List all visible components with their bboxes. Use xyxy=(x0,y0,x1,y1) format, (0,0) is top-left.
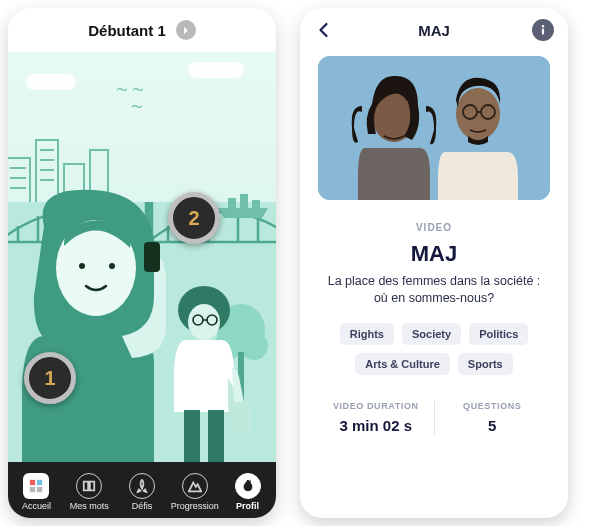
svg-rect-46 xyxy=(37,487,42,492)
stat-value: 3 min 02 s xyxy=(318,417,434,434)
level-marker-1[interactable]: 1 xyxy=(24,352,76,404)
tag-society[interactable]: Society xyxy=(402,323,461,345)
thumbnail-illustration xyxy=(318,56,550,200)
level-number: 2 xyxy=(188,207,199,230)
nav-label: Profil xyxy=(236,501,259,511)
next-level-button[interactable] xyxy=(176,20,196,40)
stat-label: VIDEO DURATION xyxy=(318,401,434,411)
nav-label: Défis xyxy=(132,501,153,511)
bottom-nav: Accueil Mes mots Défis Progression Profi… xyxy=(8,462,276,518)
svg-rect-48 xyxy=(542,29,544,35)
right-header: MAJ xyxy=(300,8,568,52)
ship-icon xyxy=(216,192,270,220)
level-number: 1 xyxy=(44,367,55,390)
birds-icon: 〜〜 〜 xyxy=(116,82,148,116)
svg-rect-26 xyxy=(240,194,248,208)
svg-rect-44 xyxy=(37,480,42,485)
nav-words[interactable]: Mes mots xyxy=(63,469,116,511)
stat-label: QUESTIONS xyxy=(435,401,551,411)
tag-sports[interactable]: Sports xyxy=(458,353,513,375)
tag-politics[interactable]: Politics xyxy=(469,323,528,345)
nav-label: Mes mots xyxy=(70,501,109,511)
nav-challenges[interactable]: Défis xyxy=(116,469,169,511)
stat-value: 5 xyxy=(435,417,551,434)
mountain-icon xyxy=(182,473,208,499)
tag-list: Rights Society Politics Arts & Culture S… xyxy=(318,323,550,375)
nav-label: Progression xyxy=(171,501,219,511)
left-header: Débutant 1 xyxy=(8,8,276,52)
svg-rect-43 xyxy=(30,480,35,485)
nav-progress[interactable]: Progression xyxy=(168,469,221,511)
home-icon xyxy=(23,473,49,499)
back-button[interactable] xyxy=(314,19,336,41)
page-title: MAJ xyxy=(418,22,450,39)
svg-rect-35 xyxy=(144,242,160,272)
tag-rights[interactable]: Rights xyxy=(340,323,394,345)
nav-label: Accueil xyxy=(22,501,51,511)
flame-icon xyxy=(235,473,261,499)
phone-left: Débutant 1 〜〜 〜 xyxy=(8,8,276,518)
stat-questions: QUESTIONS 5 xyxy=(435,401,551,435)
level-marker-2[interactable]: 2 xyxy=(168,192,220,244)
tag-arts[interactable]: Arts & Culture xyxy=(355,353,450,375)
svg-rect-27 xyxy=(252,200,260,208)
arrow-left-icon xyxy=(316,21,334,39)
phone-right: MAJ xyxy=(300,8,568,518)
svg-point-47 xyxy=(542,25,544,27)
scene-illustration: 〜〜 〜 xyxy=(8,52,276,518)
level-title: Débutant 1 xyxy=(88,22,166,39)
info-button[interactable] xyxy=(532,19,554,41)
video-detail: VIDEO MAJ La place des femmes dans la so… xyxy=(300,52,568,518)
arrow-right-icon xyxy=(180,25,191,36)
rocket-icon xyxy=(129,473,155,499)
woman-glasses-illustration xyxy=(158,282,258,492)
info-icon xyxy=(534,21,552,39)
svg-rect-25 xyxy=(228,198,236,208)
video-description: La place des femmes dans la société : où… xyxy=(318,273,550,307)
video-title: MAJ xyxy=(318,241,550,267)
svg-rect-45 xyxy=(30,487,35,492)
nav-profile[interactable]: Profil xyxy=(221,469,274,511)
nav-home[interactable]: Accueil xyxy=(10,469,63,511)
video-stats: VIDEO DURATION 3 min 02 s QUESTIONS 5 xyxy=(318,401,550,435)
stat-duration: VIDEO DURATION 3 min 02 s xyxy=(318,401,434,435)
section-label: VIDEO xyxy=(318,222,550,233)
book-icon xyxy=(76,473,102,499)
svg-point-34 xyxy=(109,263,115,269)
svg-point-33 xyxy=(79,263,85,269)
video-thumbnail[interactable] xyxy=(318,56,550,200)
